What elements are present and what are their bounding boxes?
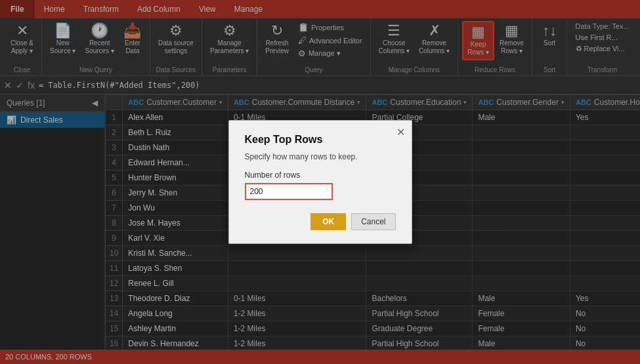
dialog-input-label: Number of rows [245, 171, 396, 180]
dialog-buttons: OK Cancel [245, 213, 396, 230]
dialog-cancel-button[interactable]: Cancel [351, 213, 395, 230]
dialog-title: Keep Top Rows [245, 134, 396, 146]
dialog-ok-button[interactable]: OK [310, 213, 346, 230]
dialog-subtitle: Specify how many rows to keep. [245, 152, 396, 161]
dialog-overlay: ✕ Keep Top Rows Specify how many rows to… [0, 0, 640, 364]
dialog-input-wrap [245, 183, 333, 200]
keep-top-rows-dialog: ✕ Keep Top Rows Specify how many rows to… [228, 120, 412, 244]
number-of-rows-input[interactable] [246, 184, 331, 199]
dialog-close-button[interactable]: ✕ [396, 126, 405, 138]
